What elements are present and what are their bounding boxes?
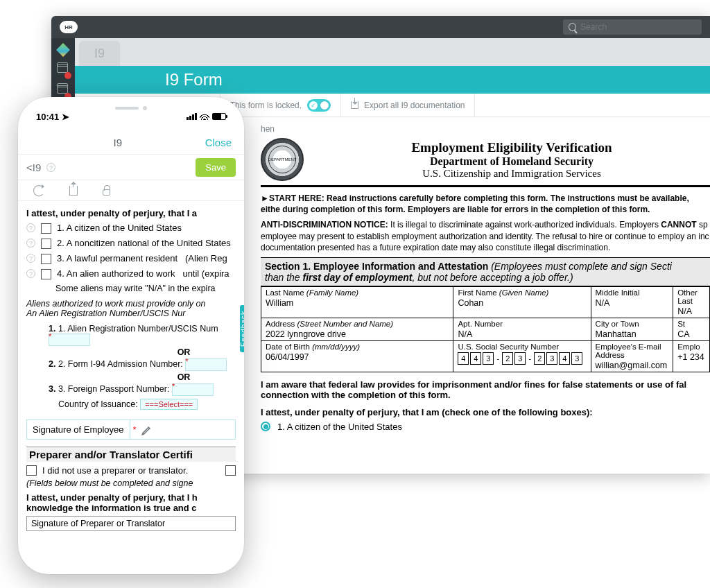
- dhs-seal-icon: DEPARTMENT: [261, 138, 304, 181]
- signal-icon: [187, 113, 197, 120]
- sub-option-1: 1. 1. Alien Registration Number/USCIS Nu…: [49, 324, 236, 346]
- help-icon[interactable]: ?: [26, 254, 35, 263]
- signature-employee-row[interactable]: Signature of Employee *: [26, 420, 236, 440]
- apt-value: N/A: [458, 328, 586, 339]
- share-icon[interactable]: [69, 186, 78, 196]
- tasks-icon[interactable]: [57, 85, 69, 98]
- start-here-text: ►START HERE: Read instructions carefully…: [261, 193, 710, 215]
- checkbox-icon[interactable]: [41, 239, 51, 249]
- last-name-value: William: [266, 297, 449, 308]
- checkbox-icon[interactable]: [41, 223, 51, 234]
- phone-form-body: I attest, under penalty of perjury, that…: [18, 201, 244, 574]
- preparer-signature-input[interactable]: Signature of Preparer or Translator: [26, 516, 236, 531]
- brand-logo: HR: [60, 21, 78, 33]
- citizenship-option-1-label: 1. A citizen of the United States: [277, 422, 402, 432]
- citizenship-option-1[interactable]: 1. A citizen of the United States: [261, 422, 710, 432]
- dob-value: 06/04/1997: [266, 351, 449, 362]
- city-value: Manhattan: [596, 328, 669, 339]
- preparer-perjury: I attest, under penalty of perjury, that…: [26, 492, 236, 513]
- pencil-icon: [141, 424, 153, 436]
- breadcrumb-suffix: hen: [261, 124, 710, 134]
- checkbox-icon[interactable]: [225, 465, 236, 476]
- close-button[interactable]: Close: [205, 137, 232, 148]
- search-input[interactable]: [580, 22, 696, 32]
- phone-status-bar: 10:41 ➤: [18, 110, 244, 123]
- option-alien-authorized[interactable]: ?4. An alien authorized to work until (e…: [26, 268, 236, 279]
- phone-nav-title: I9: [114, 137, 123, 148]
- check-icon: ✓: [309, 101, 318, 110]
- other-last-value: N/A: [677, 305, 705, 316]
- help-icon[interactable]: ?: [26, 223, 35, 232]
- sub-option-2: 2. 2. Form I-94 Admission Number:: [49, 358, 236, 371]
- option-noncitizen-national[interactable]: ?2. A noncitizen national of the United …: [26, 238, 236, 249]
- inbox-icon[interactable]: [57, 64, 69, 77]
- employee-info-table: Last Name (Family Name)William First Nam…: [261, 286, 710, 372]
- search-icon: [569, 23, 576, 31]
- help-icon[interactable]: ?: [26, 239, 35, 248]
- aliens-note: Aliens authorized to work must provide o…: [26, 299, 236, 318]
- doc-title-3: U.S. Citizenship and Immigration Service…: [313, 168, 710, 180]
- awareness-text: I am aware that federal law provides for…: [261, 379, 710, 400]
- section-1-header: Section 1. Employee Information and Atte…: [261, 257, 710, 286]
- back-button[interactable]: <I9: [26, 162, 41, 173]
- passport-number-input[interactable]: [172, 383, 214, 396]
- undo-icon[interactable]: [33, 185, 44, 196]
- download-icon: [351, 101, 358, 109]
- uscis-number-input[interactable]: [49, 334, 90, 346]
- document-titles: Employment Eligibility Verification Depa…: [313, 140, 710, 180]
- status-time: 10:41 ➤: [36, 112, 69, 122]
- lock-status-text: This form is locked.: [230, 101, 302, 110]
- checkbox-icon[interactable]: [41, 269, 51, 279]
- perjury-text: I attest, under penalty of perjury, that…: [261, 407, 710, 417]
- or-divider: OR: [132, 347, 236, 357]
- option-citizen[interactable]: ?1. A citizen of the United States: [26, 223, 236, 234]
- country-row: Country of Issuance: ===Select===: [58, 399, 236, 410]
- export-button[interactable]: Export all I9 documentation: [341, 94, 475, 116]
- global-search[interactable]: [563, 19, 702, 35]
- tab-i9[interactable]: I9: [79, 41, 120, 66]
- checkbox-icon[interactable]: [26, 465, 37, 476]
- phone-mockup: 10:41 ➤ I9 Close <I9 ? Save I attest, un…: [18, 97, 244, 574]
- battery-icon: [212, 113, 226, 120]
- middle-initial-value: N/A: [596, 297, 669, 308]
- or-divider: OR: [132, 372, 236, 382]
- apps-icon[interactable]: [57, 44, 69, 56]
- phone-subnav: <I9 ? Save: [18, 154, 244, 180]
- state-value: CA: [677, 328, 705, 339]
- first-name-value: Cohan: [458, 297, 586, 308]
- feedback-tab[interactable]: Feedback: [240, 305, 244, 352]
- signature-label: Signature of Employee: [27, 420, 130, 439]
- phone-nav: I9 Close: [18, 130, 244, 154]
- phone-value: +1 234: [677, 351, 705, 362]
- phone-toolbar: [18, 180, 244, 201]
- export-label: Export all I9 documentation: [364, 101, 465, 110]
- preparer-header: Preparer and/or Translator Certifi: [26, 447, 236, 462]
- doc-title-2: Department of Homeland Security: [313, 155, 710, 168]
- sub-option-3: 3. 3. Foreign Passport Number:: [49, 383, 236, 396]
- i94-number-input[interactable]: [185, 358, 227, 371]
- help-icon[interactable]: ?: [46, 163, 55, 172]
- checkbox-icon[interactable]: [41, 254, 51, 264]
- ssn-value: 443 - 23 - 2343: [458, 351, 582, 365]
- notification-badge: [64, 72, 71, 79]
- lock-icon[interactable]: [103, 189, 110, 196]
- address-value: 2022 lynngrove drive: [266, 328, 449, 339]
- option-alien-note: Some aliens may write "N/A" in the expir…: [55, 284, 236, 293]
- radio-icon: [261, 422, 270, 431]
- save-button[interactable]: Save: [196, 158, 236, 177]
- phone-attest-heading: I attest, under penalty of perjury, that…: [26, 208, 236, 218]
- country-select[interactable]: ===Select===: [140, 399, 198, 410]
- preparer-note: (Fields below must be completed and sign…: [26, 478, 236, 488]
- email-value: willian@gmail.com: [596, 359, 669, 370]
- lock-toggle[interactable]: ✓: [307, 99, 331, 112]
- wifi-icon: [200, 113, 209, 120]
- option-permanent-resident[interactable]: ?3. A lawful permanent resident (Alien R…: [26, 253, 236, 264]
- anti-discrimination-text: ANTI-DISCRIMINATION NOTICE: It is illega…: [261, 219, 710, 253]
- topbar: HR: [51, 16, 710, 38]
- preparer-not-used[interactable]: I did not use a preparer or translator.: [26, 465, 236, 476]
- page-title: I9 Form: [75, 66, 710, 94]
- doc-title-1: Employment Eligibility Verification: [313, 140, 710, 155]
- help-icon[interactable]: ?: [26, 269, 35, 278]
- tab-strip: I9: [75, 38, 710, 66]
